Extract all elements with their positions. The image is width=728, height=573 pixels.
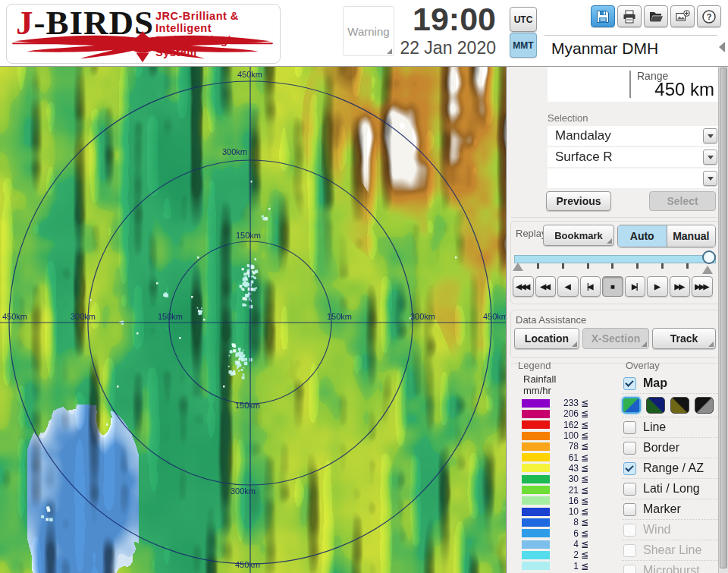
product-dropdown-button[interactable] — [703, 150, 717, 165]
button-label: Track — [670, 332, 698, 345]
replay-slider-handle[interactable] — [702, 250, 716, 264]
overlay-item-lati-long[interactable]: Lati / Long — [622, 478, 718, 499]
map-style-terrain-green-blue[interactable] — [622, 397, 641, 414]
warning-button[interactable]: Warning — [343, 6, 394, 56]
mmt-button[interactable]: MMT — [510, 33, 537, 58]
step-forward-button[interactable]: ▶| — [625, 276, 646, 297]
legend-unit: mm/hr — [523, 385, 551, 396]
checkbox[interactable] — [623, 483, 636, 496]
legend-row: 233≦ — [522, 398, 588, 408]
manual-button[interactable]: Manual — [667, 225, 716, 247]
overlay-item-map[interactable]: Map — [622, 373, 718, 393]
open-button[interactable] — [644, 5, 668, 27]
previous-button[interactable]: Previous — [546, 191, 611, 211]
checkbox[interactable] — [623, 442, 636, 455]
radar-map[interactable]: 450km300km150km450km300km150km150km300km… — [0, 67, 507, 573]
replay-slider-track[interactable] — [514, 255, 716, 263]
select-button[interactable]: Select — [649, 191, 716, 211]
checkbox[interactable] — [623, 377, 636, 390]
rewind-button[interactable]: ◀◀ — [535, 276, 557, 297]
location-button[interactable]: Location — [514, 328, 579, 349]
stop-button[interactable]: ■ — [602, 276, 623, 297]
step-back-button[interactable]: |◀ — [580, 276, 601, 297]
print-icon — [622, 9, 637, 24]
play-reverse-button[interactable]: ◀ — [557, 276, 579, 297]
terrain-map-canvas[interactable] — [0, 67, 507, 573]
legend-lte-symbol: ≦ — [581, 408, 588, 419]
dropdown-corner-icon — [572, 342, 577, 347]
legend-value: 30 — [551, 474, 579, 484]
auto-button[interactable]: Auto — [618, 225, 667, 247]
legend-lte-symbol: ≦ — [581, 485, 588, 496]
selection-label: Selection — [548, 112, 588, 124]
checkbox[interactable] — [623, 524, 636, 537]
help-button[interactable]: ? — [697, 5, 721, 27]
checkbox[interactable] — [623, 462, 636, 475]
logo: J-BIRDS JRC-Brilliant & Intelligent Rada… — [6, 4, 281, 64]
overlay-item-microburst[interactable]: Microburst — [622, 560, 718, 573]
checkbox[interactable] — [623, 503, 636, 516]
legend-value: 21 — [551, 485, 579, 496]
range-divider — [629, 71, 631, 98]
dropdown-corner-icon — [607, 238, 612, 244]
site-dropdown[interactable]: Mandalay — [548, 126, 719, 146]
product-dropdown-value: Surface R — [555, 150, 613, 165]
overlay-item-range-az[interactable]: Range / AZ — [622, 458, 718, 478]
utc-button[interactable]: UTC — [510, 7, 537, 32]
legend-color-swatch — [522, 453, 550, 461]
map-style-terrain-gray-black[interactable] — [695, 397, 714, 414]
checkbox[interactable] — [623, 421, 636, 434]
checkbox[interactable] — [623, 565, 636, 573]
help-icon: ? — [701, 9, 717, 24]
warning-label: Warning — [347, 25, 389, 38]
legend-row: 78≦ — [522, 441, 588, 452]
option-dropdown-button[interactable] — [703, 171, 717, 186]
save-button[interactable] — [591, 5, 615, 27]
checkbox[interactable] — [623, 544, 636, 557]
map-style-terrain-dark-blue[interactable] — [646, 397, 665, 414]
scrollbar-thumb[interactable] — [720, 68, 727, 568]
overlay-item-marker[interactable]: Marker — [622, 499, 718, 519]
legend-lte-symbol: ≦ — [581, 441, 588, 452]
overlay-item-shear-line[interactable]: Shear Line — [622, 540, 718, 560]
playback-controls: ◀◀◀◀◀◀|◀■▶|▶▶▶▶▶▶ — [513, 276, 713, 297]
legend-value: 100 — [551, 430, 579, 441]
clock: 19:00 22 Jan 2020 — [388, 0, 496, 58]
x-section-button[interactable]: X-Section — [582, 328, 649, 349]
replay-label: Replay — [516, 228, 546, 239]
forward-fast-button[interactable]: ▶▶▶ — [692, 276, 713, 297]
overlay-item-line[interactable]: Line — [622, 417, 718, 437]
map-style-terrain-olive-black[interactable] — [670, 397, 689, 414]
play-button[interactable]: ▶ — [647, 276, 668, 297]
overlay-item-wind[interactable]: Wind — [622, 519, 718, 540]
overlay-item-label: Microburst — [643, 564, 700, 573]
date-display: 22 Jan 2020 — [388, 38, 496, 58]
button-label: X-Section — [592, 332, 641, 345]
slider-end-marker-icon — [702, 266, 713, 274]
legend-color-swatch — [522, 399, 550, 408]
panel-collapse-arrow-icon[interactable] — [719, 42, 725, 52]
rewind-fast-button[interactable]: ◀◀◀ — [513, 276, 534, 297]
overlay-item-border[interactable]: Border — [622, 437, 718, 458]
legend-lte-symbol: ≦ — [581, 474, 588, 484]
legend-color-swatch — [522, 518, 550, 527]
legend-row: 30≦ — [522, 474, 588, 484]
legend-lte-symbol: ≦ — [581, 561, 588, 571]
print-button[interactable] — [617, 5, 642, 27]
forward-button[interactable]: ▶▶ — [670, 276, 691, 297]
site-dropdown-button[interactable] — [703, 128, 717, 143]
product-dropdown[interactable]: Surface R — [548, 147, 719, 168]
overlay-item-label: Lati / Long — [643, 482, 700, 496]
slider-tick — [686, 263, 689, 269]
bookmark-button[interactable]: Bookmark — [543, 225, 614, 246]
legend-value: 2 — [551, 549, 579, 560]
panel-scrollbar[interactable] — [718, 67, 728, 573]
legend-row: 8≦ — [522, 517, 588, 527]
legend-row: 2≦ — [522, 549, 588, 560]
slider-tick — [611, 263, 613, 269]
legend-value: 16 — [551, 496, 579, 506]
track-button[interactable]: Track — [652, 328, 716, 349]
option-dropdown[interactable] — [548, 168, 719, 189]
legend-row: 6≦ — [522, 528, 588, 539]
export-image-button[interactable] — [670, 5, 695, 27]
